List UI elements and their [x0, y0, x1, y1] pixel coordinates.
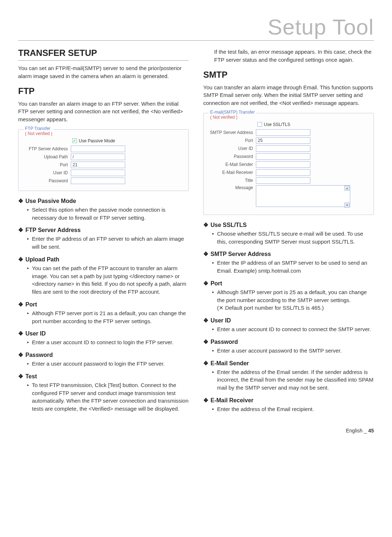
diamond-icon: ❖	[203, 280, 208, 286]
ftp-password-text: Enter a user account password to login t…	[27, 360, 189, 368]
use-passive-mode-checkbox[interactable]	[72, 138, 77, 143]
page-header-title: Setup Tool	[268, 15, 374, 39]
upload-path-heading: ❖Upload Path	[18, 256, 189, 263]
smtp-server-address-label: SMTP Server Address	[209, 130, 256, 135]
diamond-icon: ❖	[203, 397, 208, 403]
smtp-userid-text: Enter a user account ID to connect to co…	[212, 325, 374, 333]
ftp-panel-legend: FTP Transfer ( Not verified )	[24, 126, 54, 136]
ftp-server-address-input[interactable]	[71, 146, 125, 152]
email-receiver-heading: ❖E-Mail Receiver	[203, 397, 374, 404]
scroll-down-icon[interactable]: ▾	[344, 203, 350, 208]
email-title-label: Title	[209, 178, 256, 183]
upload-path-label: Upload Path	[24, 154, 71, 159]
ftp-userid-input[interactable]	[71, 170, 125, 176]
ftp-port-heading: ❖Port	[18, 301, 189, 308]
diamond-icon: ❖	[203, 339, 208, 345]
use-ssl-label: Use SSL/TLS	[264, 122, 290, 127]
smtp-userid-heading: ❖User ID	[203, 317, 374, 324]
ftp-legend-status: ( Not verified )	[25, 131, 52, 136]
scroll-up-icon[interactable]: ▴	[344, 186, 350, 191]
diamond-icon: ❖	[18, 227, 23, 233]
transfer-setup-heading: TRANSFER SETUP	[18, 48, 189, 61]
upload-path-text: You can set the path of the FTP account …	[27, 264, 189, 296]
use-passive-mode-heading: ❖Use Passive Mode	[18, 198, 189, 204]
smtp-password-heading: ❖Password	[203, 338, 374, 345]
smtp-heading: SMTP	[203, 70, 374, 80]
use-ssl-text: Choose whether SSL/TLS secure e-mail wil…	[212, 230, 374, 246]
ftp-transfer-panel: FTP Transfer ( Not verified ) Use Passiv…	[18, 129, 189, 191]
two-column-layout: TRANSFER SETUP You can set an FTP/E-mail…	[18, 48, 374, 418]
ftp-port-text: Although FTP server port is 21 as a defa…	[27, 309, 189, 325]
smtp-password-text: Enter a user account password to the SMT…	[212, 347, 374, 355]
smtp-legend-title: E-mail(SMTP) Transfer	[210, 110, 255, 115]
use-ssl-row: Use SSL/TLS	[257, 122, 368, 127]
use-ssl-checkbox[interactable]	[257, 122, 262, 127]
footer-page-number: 45	[368, 428, 374, 434]
page-footer: English _ 45	[18, 428, 374, 434]
footer-language: English	[346, 428, 363, 434]
ftp-legend-title: FTP Transfer	[25, 126, 50, 131]
smtp-panel-legend: E-mail(SMTP) Transfer ( Not verified )	[209, 110, 256, 120]
email-message-textarea[interactable]	[256, 185, 350, 207]
diamond-icon: ❖	[203, 251, 208, 257]
smtp-desc: You can transfer an alarm image through …	[203, 84, 374, 107]
use-passive-mode-label: Use Passive Mode	[79, 138, 115, 143]
smtp-transfer-panel: E-mail(SMTP) Transfer ( Not verified ) U…	[203, 113, 374, 215]
transfer-setup-desc: You can set an FTP/E-mail(SMTP) server t…	[18, 64, 189, 80]
ftp-password-label: Password	[24, 178, 71, 183]
smtp-port-input[interactable]	[256, 137, 310, 144]
smtp-password-input[interactable]	[256, 153, 310, 160]
ftp-server-address-heading: ❖FTP Server Address	[18, 227, 189, 233]
ftp-userid-text: Enter a user account ID to connect to lo…	[27, 338, 189, 346]
use-passive-mode-text: Select this option when the passive mode…	[27, 206, 189, 222]
smtp-server-address-input[interactable]	[256, 129, 310, 136]
diamond-icon: ❖	[18, 301, 23, 308]
ftp-password-input[interactable]	[71, 178, 125, 184]
diamond-icon: ❖	[18, 373, 23, 379]
smtp-legend-status: ( Not verified )	[210, 115, 255, 120]
left-column: TRANSFER SETUP You can set an FTP/E-mail…	[18, 48, 189, 418]
diamond-icon: ❖	[203, 317, 208, 324]
use-ssl-heading: ❖Use SSL/TLS	[203, 221, 374, 228]
ftp-userid-heading: ❖User ID	[18, 330, 189, 337]
test-fail-text: If the test fails, an error message appe…	[203, 48, 374, 64]
footer-separator: _	[364, 428, 367, 434]
smtp-port-text: Although SMTP server port is 25 as a def…	[212, 288, 374, 312]
upload-path-input[interactable]	[71, 154, 125, 160]
ftp-port-label: Port	[24, 162, 71, 167]
smtp-port-label: Port	[209, 138, 256, 143]
smtp-userid-label: User ID	[209, 146, 256, 151]
email-sender-heading: ❖E-Mail Sender	[203, 360, 374, 367]
right-column: If the test fails, an error message appe…	[203, 48, 374, 418]
diamond-icon: ❖	[18, 256, 23, 263]
ftp-server-address-text: Enter the IP address of an FTP server to…	[27, 235, 189, 251]
use-passive-mode-row: Use Passive Mode	[72, 138, 183, 143]
ftp-test-heading: ❖Test	[18, 373, 189, 380]
smtp-password-label: Password	[209, 154, 256, 159]
diamond-icon: ❖	[18, 198, 23, 204]
email-sender-text: Enter the address of the Email sender. I…	[212, 368, 374, 392]
email-sender-input[interactable]	[256, 161, 310, 168]
ftp-test-text: To test FTP transmission, Click [Test] b…	[27, 381, 189, 413]
ftp-heading: FTP	[18, 86, 189, 96]
ftp-port-input[interactable]	[71, 162, 125, 168]
email-sender-label: E-Mail Sender	[209, 162, 256, 167]
email-title-input[interactable]	[256, 177, 310, 184]
email-message-label: Message	[209, 185, 256, 190]
smtp-port-note: (✕ Default port number for SSL/TLS is 46…	[217, 305, 324, 311]
diamond-icon: ❖	[203, 360, 208, 366]
smtp-server-address-heading: ❖SMTP Server Address	[203, 251, 374, 257]
email-receiver-text: Enter the address of the Email recipient…	[212, 405, 374, 413]
diamond-icon: ❖	[18, 352, 23, 358]
ftp-password-heading: ❖Password	[18, 351, 189, 358]
diamond-icon: ❖	[18, 330, 23, 337]
ftp-userid-label: User ID	[24, 170, 71, 175]
email-receiver-input[interactable]	[256, 169, 310, 176]
diamond-icon: ❖	[203, 222, 208, 228]
page-header: Setup Tool	[18, 15, 374, 41]
smtp-server-address-text: Enter the IP address of an SMTP server t…	[212, 259, 374, 275]
ftp-desc: You can transfer an alarm image to an FT…	[18, 100, 189, 123]
smtp-userid-input[interactable]	[256, 145, 310, 152]
email-receiver-label: E-Mail Receiver	[209, 170, 256, 175]
smtp-port-heading: ❖Port	[203, 280, 374, 287]
